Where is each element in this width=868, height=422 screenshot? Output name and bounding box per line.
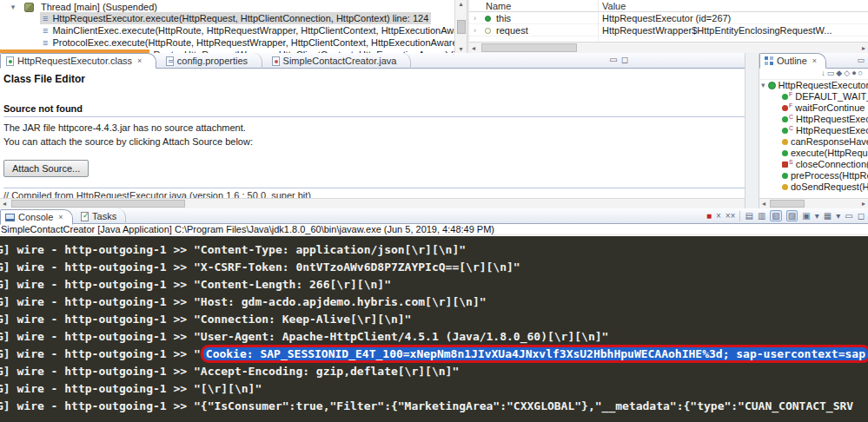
member-label: closeConnection(H: [796, 159, 868, 170]
stack-frame-row[interactable]: ≡ HttpRequestExecutor.execute(HttpReques…: [0, 12, 467, 24]
console-icon: [5, 214, 15, 221]
filter-static-icon[interactable]: ◇: [844, 69, 851, 77]
stack-frame-row[interactable]: ≡ MainClientExec.execute(HttpRoute, Http…: [0, 24, 467, 36]
scroll-left-icon[interactable]: ◂: [762, 200, 765, 208]
tab-label: Tasks: [92, 211, 116, 221]
outline-view: Outline × ▭ ↓▭◆◇●○ ▾ HttpRequestExecutor…: [759, 53, 868, 208]
editor-horizontal-scrollbar[interactable]: ◂: [0, 198, 745, 208]
outline-member-row[interactable]: canResponseHaveI: [759, 136, 868, 148]
minimize-icon[interactable]: ▭: [857, 56, 865, 64]
chevron-down-icon[interactable]: ▾: [761, 80, 765, 91]
console-log-line: G] wire - http-outgoing-1 >> "Host: gdm-…: [0, 293, 868, 311]
scroll-down-icon[interactable]: ▾: [459, 45, 462, 53]
scroll-lock-icon[interactable]: ▥: [758, 211, 765, 221]
vertical-sash[interactable]: [745, 53, 759, 208]
tab-label: Outline: [777, 56, 807, 66]
column-header-value[interactable]: Value: [602, 0, 626, 12]
minimize-icon[interactable]: ▭: [845, 211, 852, 221]
class-icon: [768, 82, 776, 89]
tab-label: config.properties: [177, 56, 248, 66]
variable-visibility-icon: [485, 16, 491, 22]
chevron-down-icon[interactable]: ▾: [9, 1, 17, 13]
cookie-selected-text: Cookie: SAP_SESSIONID_E4T_100=xNepNm8n1J…: [206, 347, 865, 360]
dropdown-icon[interactable]: ▾: [836, 211, 840, 221]
scroll-right-icon[interactable]: ▸: [862, 44, 865, 52]
outline-horizontal-scrollbar[interactable]: ◂ ▸: [759, 198, 868, 208]
variables-horizontal-scrollbar[interactable]: ◂ ▸: [469, 42, 868, 53]
maximize-icon[interactable]: ◻: [621, 55, 632, 64]
show-stderr-toggle-icon[interactable]: ▨: [786, 210, 798, 221]
scroll-up-icon[interactable]: ▴: [459, 0, 462, 8]
scroll-right-icon[interactable]: ▸: [862, 200, 865, 208]
outline-member-row[interactable]: F DEFAULT_WAIT_FO: [759, 91, 868, 102]
filter-local-types-icon[interactable]: ○: [858, 69, 865, 77]
stack-frame-row[interactable]: ≡ ProtocolExec.execute(HttpRoute, HttpRe…: [0, 36, 467, 49]
attach-source-button[interactable]: Attach Source...: [3, 160, 89, 177]
close-icon[interactable]: ×: [137, 56, 142, 65]
member-label: HttpRequestExecu: [796, 114, 868, 125]
column-header-name[interactable]: Name: [486, 0, 511, 12]
tab-console[interactable]: Console ×: [0, 209, 73, 225]
outline-member-row[interactable]: execute(HttpReque: [759, 148, 868, 159]
variable-row[interactable]: › request HttpRequestWrapper$HttpEntityE…: [469, 24, 868, 36]
scroll-left-icon[interactable]: ◂: [472, 44, 475, 52]
variables-view: Name Value › this HttpRequestExecutor (i…: [469, 0, 868, 53]
dropdown-icon[interactable]: ▾: [815, 211, 819, 221]
tab-config-properties[interactable]: config.properties: [161, 53, 262, 69]
scrollbar-thumb[interactable]: [11, 200, 185, 208]
expander-icon[interactable]: ›: [474, 24, 476, 36]
outline-toolbar: ↓▭◆◇●○: [759, 69, 868, 80]
show-stdout-toggle-icon[interactable]: ▧: [770, 210, 781, 221]
scrollbar-thumb[interactable]: [457, 20, 466, 34]
member-label: HttpRequestExecu: [796, 125, 868, 136]
console-log-line: G] wire - http-outgoing-1 >> "Accept-Enc…: [0, 363, 868, 380]
thread-label: Thread [main] (Suspended): [41, 1, 157, 13]
pin-console-icon[interactable]: ▦: [824, 211, 832, 221]
properties-file-icon: [166, 56, 174, 66]
minimize-icon[interactable]: ▭: [609, 55, 620, 64]
tab-tasks[interactable]: ✓ Tasks: [76, 208, 126, 224]
outline-root-row[interactable]: ▾ HttpRequestExecutor: [759, 80, 868, 91]
collapse-all-icon[interactable]: ▭: [827, 69, 837, 77]
clear-console-icon[interactable]: ▤: [745, 211, 752, 221]
member-label: waitForContinue :: [795, 102, 868, 114]
member-label: DEFAULT_WAIT_FO: [795, 91, 868, 102]
terminate-icon[interactable]: ■: [706, 211, 712, 221]
variable-row[interactable]: › this HttpRequestExecutor (id=267): [469, 12, 868, 24]
outline-member-row[interactable]: doSendRequest(Ht: [759, 181, 868, 193]
member-label: doSendRequest(Ht: [791, 181, 868, 193]
close-icon[interactable]: ×: [812, 56, 817, 65]
tab-httprequestexecutor-class[interactable]: HttpRequestExecutor.class ×: [0, 53, 156, 69]
outline-member-row[interactable]: C HttpRequestExecu: [759, 125, 868, 136]
filter-public-icon[interactable]: ●: [851, 69, 858, 77]
console-output[interactable]: G] wire - http-outgoing-1 >> "Content-Ty…: [0, 236, 868, 422]
modifier-letter: S: [789, 156, 793, 168]
remove-launch-icon[interactable]: ×: [716, 211, 721, 221]
console-log-line: G] wire - http-outgoing-1 >> "User-Agent…: [0, 328, 868, 346]
outline-member-row[interactable]: S closeConnection(H: [759, 159, 868, 170]
thread-icon: [24, 3, 34, 12]
debug-thread-row[interactable]: ▾ Thread [main] (Suspended): [0, 0, 467, 12]
debug-view: ▾ Thread [main] (Suspended) ≡ HttpReques…: [0, 0, 467, 53]
tab-outline[interactable]: Outline ×: [759, 53, 826, 69]
scrollbar-thumb[interactable]: [481, 43, 577, 52]
stack-frame-icon: ≡: [43, 26, 48, 35]
outline-member-row[interactable]: F waitForContinue :: [759, 102, 868, 114]
private-field-icon: [782, 105, 788, 111]
tasks-icon: ✓: [81, 212, 89, 221]
outline-member-row[interactable]: preProcess(HttpRe: [759, 170, 868, 181]
debug-vertical-scrollbar[interactable]: ▴ ▾: [454, 0, 467, 53]
expander-icon[interactable]: ›: [474, 12, 476, 24]
maximize-icon[interactable]: ◻: [858, 211, 865, 221]
scroll-left-icon[interactable]: ◂: [3, 200, 6, 208]
close-icon[interactable]: ×: [58, 213, 63, 221]
java-file-icon: [272, 56, 280, 66]
filter-fields-icon[interactable]: ◆: [836, 69, 844, 77]
tab-simplecontactcreator-java[interactable]: SimpleContactCreator.java: [267, 53, 412, 69]
toolbar-separator: [739, 211, 740, 221]
remove-all-launches-icon[interactable]: ××: [726, 211, 736, 221]
outline-member-row[interactable]: C HttpRequestExecu: [759, 114, 868, 125]
open-console-icon[interactable]: ▣: [802, 211, 810, 221]
scrollbar-thumb[interactable]: [770, 200, 805, 208]
console-area: Console × ✓ Tasks ■ × ×× ▤ ▥ ▧ ▨ ▣ ▾ ▦ ▾…: [0, 208, 868, 422]
